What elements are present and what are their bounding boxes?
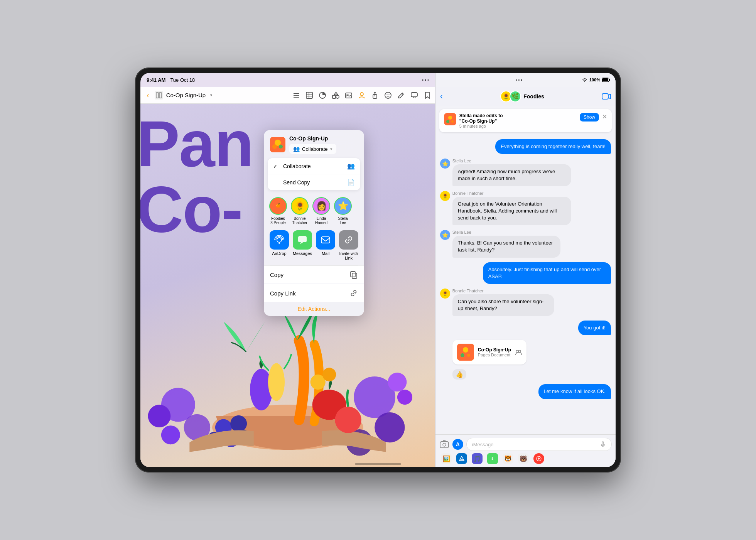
stella-msg-avatar-2: ⭐ <box>440 230 450 240</box>
svg-text:🍊: 🍊 <box>276 203 281 208</box>
svg-point-11 <box>336 95 339 98</box>
svg-rect-58 <box>602 94 608 99</box>
doc-layout-icon <box>155 91 163 100</box>
shared-doc-row: Co-Op Sign-Up Pages Document <box>440 340 611 364</box>
list-icon[interactable] <box>292 91 300 99</box>
mail-icon <box>316 230 335 250</box>
notif-time: 5 minutes ago <box>459 124 577 128</box>
doc-card-title: Co-Op Sign-Up <box>478 347 511 353</box>
shared-doc-card[interactable]: Co-Op Sign-Up Pages Document <box>452 340 526 364</box>
popover-doc-title: Co-Op Sign-Up <box>289 135 336 142</box>
notif-avatar <box>444 113 456 125</box>
svg-point-67 <box>516 350 518 353</box>
edit-actions[interactable]: Edit Actions... <box>264 302 364 316</box>
emoji2-icon[interactable]: 🐻 <box>518 453 529 464</box>
notif-show-button[interactable]: Show <box>580 113 599 122</box>
animoji-icon[interactable]: 🐯 <box>503 453 513 464</box>
dropdown-collaborate[interactable]: ✓ Collaborate 👥 <box>268 158 360 174</box>
notification-banner: Stella made edits to"Co-Op Sign-Up" 5 mi… <box>439 109 612 132</box>
ipad-frame: 9:41 AM Tue Oct 18 • • • ‹ Co-Op Sign-Up… <box>135 68 621 472</box>
svg-marker-12 <box>334 92 338 95</box>
copy-label: Copy <box>270 272 284 278</box>
emoji-icon[interactable] <box>384 91 392 99</box>
messages-action[interactable]: Messages <box>292 230 312 260</box>
more-icon[interactable] <box>533 453 544 464</box>
popover-doc-thumb <box>270 137 285 152</box>
pencil-icon[interactable] <box>397 91 405 99</box>
audio-icon[interactable]: 🎵 <box>472 453 483 464</box>
collaborate-selector[interactable]: 👥 Collaborate ▾ <box>289 144 336 154</box>
mail-action[interactable]: Mail <box>316 230 336 260</box>
apps-button[interactable]: A <box>452 439 463 450</box>
camera-button[interactable] <box>439 439 449 449</box>
people-row: 🍊 Foodies3 People 🌻 BonnieThatcher 👩 Lin… <box>264 193 364 227</box>
ipad-screen: 9:41 AM Tue Oct 18 • • • ‹ Co-Op Sign-Up… <box>140 73 616 467</box>
person-linda[interactable]: 👩 LindaHamed <box>312 197 330 225</box>
table-icon[interactable] <box>305 91 313 99</box>
title-chevron-icon[interactable]: ▾ <box>210 93 212 97</box>
bonnie-bubble: Great job on the Volunteer Orientation H… <box>452 197 571 226</box>
svg-rect-0 <box>156 93 159 98</box>
chart-icon[interactable] <box>319 91 326 99</box>
message-row: Let me know if all looks OK. <box>440 384 611 399</box>
shape-icon[interactable] <box>332 91 339 99</box>
message-input[interactable]: iMessage <box>466 438 612 451</box>
collaborate-dropdown: ✓ Collaborate 👥 Send Copy 📄 <box>268 158 360 190</box>
wifi-icon <box>582 78 588 82</box>
status-date: Tue Oct 18 <box>170 77 195 83</box>
invite-link-label: Invite withLink <box>339 251 358 260</box>
bookmark-icon[interactable] <box>424 91 431 99</box>
outgoing-bubble-4: Let me know if all looks OK. <box>538 384 611 399</box>
person-foodies[interactable]: 🍊 Foodies3 People <box>269 197 287 225</box>
photo-icon[interactable] <box>345 91 353 99</box>
messages-toolbar: ‹ 🌻 🌿 Foodies <box>435 87 616 106</box>
video-call-icon[interactable] <box>602 93 611 100</box>
share-icon[interactable] <box>371 91 379 99</box>
pages-toolbar: ‹ Co-Op Sign-Up ▾ <box>140 87 435 104</box>
svg-point-65 <box>461 353 464 357</box>
dropdown-send-copy[interactable]: Send Copy 📄 <box>268 174 360 190</box>
stella-name: StellaLee <box>338 216 348 225</box>
airdrop-action[interactable]: AirDrop <box>269 230 289 260</box>
stella-sender-2: Stella Lee <box>452 230 596 235</box>
svg-point-33 <box>230 415 247 432</box>
toolbar-icons <box>292 91 431 99</box>
person-icon[interactable] <box>358 91 366 99</box>
messages-list[interactable]: Everything is coming together really wel… <box>435 135 616 434</box>
apps-row: 🖼️ 🎵 $ 🐯 🐻 <box>439 451 612 464</box>
notif-close-button[interactable]: ✕ <box>602 113 607 120</box>
back-button[interactable]: ‹ <box>144 89 152 101</box>
messages-label: Messages <box>293 251 312 256</box>
svg-point-47 <box>279 145 283 148</box>
photos-app-icon[interactable]: 🖼️ <box>441 453 452 464</box>
copy-link-icon <box>349 289 358 297</box>
person-stella[interactable]: ⭐ StellaLee <box>334 197 352 225</box>
canvas-text-pan: Pan <box>140 111 253 176</box>
home-bar <box>355 463 401 465</box>
canvas-text-co: Co- <box>140 177 242 242</box>
svg-point-38 <box>388 373 407 392</box>
popover-header: Co-Op Sign-Up 👥 Collaborate ▾ <box>264 130 364 158</box>
invite-link-action[interactable]: Invite withLink <box>339 230 359 260</box>
svg-point-20 <box>388 94 389 95</box>
person-bonnie[interactable]: 🌻 BonnieThatcher <box>291 197 309 225</box>
status-time: 9:41 AM <box>147 77 165 83</box>
link-icon <box>339 230 358 250</box>
svg-point-18 <box>385 92 391 98</box>
svg-point-51 <box>278 242 280 244</box>
copy-row[interactable]: Copy <box>264 265 364 284</box>
bonnie-sender-2: Bonnie Thatcher <box>452 289 588 293</box>
svg-point-64 <box>463 347 468 353</box>
foodies-name: Foodies3 People <box>270 216 285 225</box>
send-copy-label: Send Copy <box>283 179 343 186</box>
cash-icon[interactable]: $ <box>487 453 498 464</box>
messages-status-bar: • • • 100% <box>435 73 616 87</box>
collaborate-icon: 👥 <box>347 162 355 170</box>
contact-name: Foodies <box>523 93 544 100</box>
message-row: 🌻 Bonnie Thatcher Great job on the Volun… <box>440 191 611 226</box>
appstore-icon[interactable] <box>456 453 467 464</box>
messages-back-button[interactable]: ‹ <box>440 91 443 101</box>
copy-link-row[interactable]: Copy Link <box>264 284 364 302</box>
doc-collab-icon <box>515 349 522 356</box>
comment-icon[interactable] <box>410 91 418 99</box>
